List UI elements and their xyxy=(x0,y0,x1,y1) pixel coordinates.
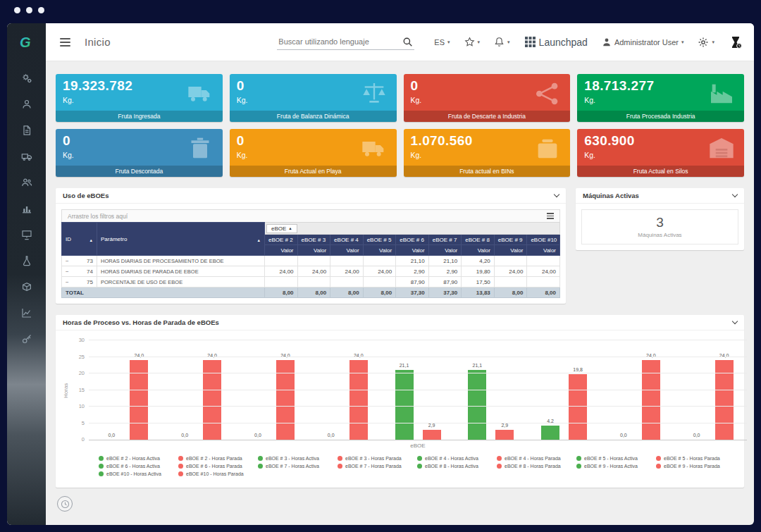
search-input[interactable] xyxy=(278,37,402,46)
scale-icon xyxy=(359,80,390,108)
legend-item[interactable]: eBOE # 2 - Horas Parada xyxy=(178,456,258,461)
legend-dot-icon xyxy=(258,456,263,461)
window-dot[interactable] xyxy=(26,7,32,13)
y-tick-label: 10 xyxy=(70,403,85,409)
collapse-chevron-icon[interactable] xyxy=(554,192,559,197)
bar-eboe6-parada: 2,9 xyxy=(423,430,441,440)
bar-eboe8-parada: 19,8 xyxy=(569,374,587,440)
search-icon[interactable] xyxy=(402,37,413,47)
legend-label: eBOE # 9 - Horas Parada xyxy=(664,464,720,469)
total-value: 8,00 xyxy=(330,287,364,298)
legend-item[interactable]: eBOE # 7 - Horas Activa xyxy=(258,464,338,469)
help-clock-icon[interactable] xyxy=(57,496,73,512)
legend-item[interactable]: eBOE # 3 - Horas Parada xyxy=(338,456,417,461)
cell-value xyxy=(297,256,330,266)
sidebar: G xyxy=(7,23,46,525)
col-header[interactable]: eBOE # 9 xyxy=(494,235,527,245)
legend-item[interactable]: eBOE # 7 - Horas Parada xyxy=(338,464,417,469)
row-expander[interactable]: −74 xyxy=(62,266,97,277)
legend-item[interactable]: eBOE # 8 - Horas Parada xyxy=(497,464,576,469)
sidebar-menu xyxy=(21,73,32,345)
menu-icon[interactable] xyxy=(547,213,554,219)
user-menu[interactable]: Administrator User ▾ xyxy=(602,37,684,47)
kpi-card-balanza-dinamica: 0 Kg. Fruta de Balanza Dinámica xyxy=(230,74,397,122)
total-value: 8,00 xyxy=(527,287,560,298)
kpi-label: Fruta Procesada Industria xyxy=(577,111,744,122)
window-dot[interactable] xyxy=(14,7,20,13)
bar-group: 0,024,0 xyxy=(308,340,381,440)
col-header-parametro[interactable]: Parámetro▲ xyxy=(97,223,265,256)
legend-item[interactable]: eBOE # 5 - Horas Parada xyxy=(656,456,736,461)
line-chart-icon[interactable] xyxy=(21,307,32,318)
network-icon xyxy=(532,80,563,108)
team-icon[interactable] xyxy=(21,177,32,188)
col-header[interactable]: eBOE # 7 xyxy=(428,235,462,245)
legend-item[interactable]: eBOE #10 - Horas Parada xyxy=(178,471,258,476)
legend-item[interactable]: eBOE # 6 - Horas Parada xyxy=(178,464,258,469)
col-header[interactable]: eBOE # 4 xyxy=(330,235,364,245)
col-header[interactable]: eBOE #10 xyxy=(527,235,560,245)
legend-item[interactable]: eBOE # 9 - Horas Parada xyxy=(656,464,736,469)
key-icon[interactable] xyxy=(21,333,32,345)
bar-chart-icon[interactable] xyxy=(21,203,32,214)
main-area: Inicio ES▾ ▾ ▾ Launchpad xyxy=(46,23,754,525)
window-controls[interactable] xyxy=(14,7,44,13)
legend-label: eBOE # 4 - Horas Activa xyxy=(425,456,478,461)
row-expander[interactable]: −75 xyxy=(62,277,97,287)
collapse-chevron-icon[interactable] xyxy=(732,318,738,324)
legend-item[interactable]: eBOE # 6 - Horas Activa xyxy=(99,464,178,469)
favorites-menu[interactable]: ▾ xyxy=(464,37,481,47)
legend-item[interactable]: eBOE # 4 - Horas Activa xyxy=(417,456,497,461)
kpi-card-actual-bins: 1.070.560 Kg. Fruta actual en BINs xyxy=(404,129,571,177)
bar-value-label: 0,0 xyxy=(254,433,261,438)
bar-value-label: 0,0 xyxy=(693,433,700,438)
notifications-menu[interactable]: ▾ xyxy=(494,37,510,47)
legend-item[interactable]: eBOE # 4 - Horas Parada xyxy=(497,456,576,461)
collapse-chevron-icon[interactable] xyxy=(732,192,738,197)
y-tick-label: 5 xyxy=(70,420,85,426)
maquinas-activas-panel: Máquinas Activas 3 Máquinas Activas xyxy=(576,188,744,250)
legend-item[interactable]: eBOE # 3 - Horas Activa xyxy=(258,456,338,461)
legend-item[interactable]: eBOE # 2 - Horas Activa xyxy=(99,456,178,461)
legend-item[interactable]: eBOE # 5 - Horas Activa xyxy=(576,456,656,461)
kpi-label: Fruta de Descarte a Industria xyxy=(404,111,571,122)
row-expander[interactable]: −73 xyxy=(62,256,97,266)
package-icon[interactable] xyxy=(21,281,32,292)
group-header-eboe[interactable]: eBOE▲ xyxy=(266,224,297,233)
y-tick-label: 30 xyxy=(70,337,85,343)
presentation-icon[interactable] xyxy=(21,229,32,240)
language-selector[interactable]: ES▾ xyxy=(434,38,450,47)
row-param: HORAS DIARIAS DE PROCESAMIENTO DE EBOE xyxy=(97,256,265,266)
user-icon[interactable] xyxy=(21,99,32,110)
cell-value xyxy=(363,277,396,287)
search-box[interactable] xyxy=(277,35,414,50)
window-dot[interactable] xyxy=(38,7,44,13)
hourglass-logo-icon[interactable] xyxy=(729,35,743,49)
bar-value-label: 0,0 xyxy=(328,433,335,438)
kpi-card-fruta-descontada: 0 Kg. Fruta Descontada xyxy=(56,129,223,177)
col-header[interactable]: eBOE # 6 xyxy=(396,235,429,245)
col-header[interactable]: eBOE # 2 xyxy=(265,235,298,245)
col-header[interactable]: eBOE # 5 xyxy=(363,235,396,245)
legend-item[interactable]: eBOE # 9 - Horas Activa xyxy=(576,464,656,469)
hamburger-icon[interactable] xyxy=(57,35,73,49)
app-logo[interactable]: G xyxy=(18,23,36,61)
legend-dot-icon xyxy=(178,471,183,476)
flask-icon[interactable] xyxy=(21,255,32,266)
cell-value: 19,80 xyxy=(462,266,495,277)
legend-item[interactable]: eBOE #10 - Horas Activa xyxy=(99,471,178,476)
col-header[interactable]: eBOE # 8 xyxy=(462,235,495,245)
filter-drop-zone[interactable]: Arrastre los filtros aquí xyxy=(61,209,560,222)
chevron-down-icon: ▾ xyxy=(478,39,481,45)
col-header[interactable]: eBOE # 3 xyxy=(297,235,330,245)
cell-value: 87,90 xyxy=(428,277,462,287)
cell-value xyxy=(527,256,560,266)
settings-menu[interactable]: ▾ xyxy=(698,37,714,48)
launchpad-button[interactable]: Launchpad xyxy=(524,36,588,48)
truck-icon[interactable] xyxy=(21,151,32,162)
document-icon[interactable] xyxy=(21,125,32,136)
legend-item[interactable]: eBOE # 8 - Horas Activa xyxy=(417,464,497,469)
gears-icon[interactable] xyxy=(21,73,32,84)
col-header-id[interactable]: ID▲ xyxy=(62,223,97,256)
chart-bars: 0,024,00,024,00,024,00,024,021,12,921,12… xyxy=(89,340,747,440)
